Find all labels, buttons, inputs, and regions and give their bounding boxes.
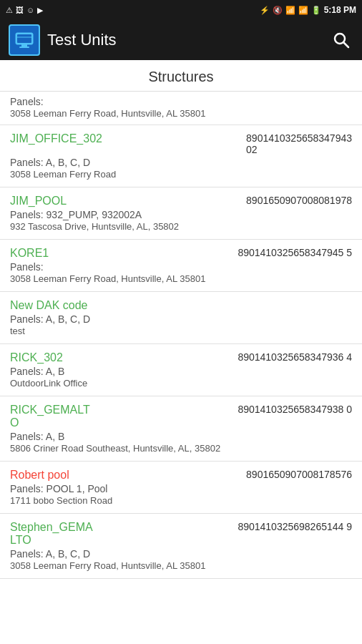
item-panels: Panels: A, B, C, D xyxy=(10,313,352,325)
battery-icon: 🔋 xyxy=(311,6,321,15)
list-item[interactable]: Stephen_GEMALTO 8901410325698265144 9 Pa… xyxy=(0,514,362,579)
list-item[interactable]: KORE1 8901410325658347945 5 Panels: 3058… xyxy=(0,240,362,292)
top-entry: Panels: 3058 Leeman Ferry Road, Huntsvil… xyxy=(0,92,362,125)
item-address: OutdoorLink Office xyxy=(10,378,352,389)
item-panels: Panels: A, B, C, D xyxy=(10,157,352,168)
list-item-header: KORE1 8901410325658347945 5 xyxy=(10,247,352,260)
item-id: 8901650907008081978 xyxy=(246,195,352,206)
item-address: 5806 Criner Road Southeast, Huntsville, … xyxy=(10,443,352,454)
bluetooth-icon: ⚡ xyxy=(260,6,270,15)
svg-line-6 xyxy=(344,43,349,48)
item-name: Robert pool xyxy=(10,469,69,482)
signal-icon: 📶 xyxy=(298,6,308,15)
item-name: RICK_302 xyxy=(10,351,63,364)
item-address: 3058 Leeman Ferry Road, Huntsville, AL 3… xyxy=(10,560,352,571)
item-name: New DAK code xyxy=(10,299,88,312)
item-address: 932 Tascosa Drive, Huntsville, AL, 35802 xyxy=(10,221,352,232)
svg-rect-1 xyxy=(17,34,31,43)
status-icons-left: ⚠ 🖼 ☺ ▶ xyxy=(6,6,43,15)
item-name: JIM_OFFICE_302 xyxy=(10,132,102,145)
app-icon xyxy=(9,24,40,56)
item-id: 8901410325658347938 0 xyxy=(238,404,352,415)
item-address: test xyxy=(10,326,352,336)
list-item-header: New DAK code xyxy=(10,299,352,312)
item-panels: Panels: A, B, C, D xyxy=(10,548,352,560)
list-item[interactable]: JIM_OFFICE_302 890141032565834794302 Pan… xyxy=(0,125,362,187)
svg-rect-4 xyxy=(19,47,29,48)
item-id: 8901410325698265144 9 xyxy=(238,521,352,532)
item-id: 8901410325658347936 4 xyxy=(238,351,352,363)
status-time: 5:18 PM xyxy=(324,5,356,15)
item-address: 3058 Leeman Ferry Road, Huntsville, AL 3… xyxy=(10,273,352,284)
content-area: Structures Panels: 3058 Leeman Ferry Roa… xyxy=(0,60,362,644)
app-title: Test Units xyxy=(47,31,117,49)
warning-icon: ⚠ xyxy=(6,6,13,15)
list-item-header: RICK_GEMALTO 8901410325658347938 0 xyxy=(10,404,352,429)
app-bar: Test Units xyxy=(0,20,362,60)
list-item-header: Robert pool 8901650907008178576 xyxy=(10,469,352,482)
list-item-header: RICK_302 8901410325658347936 4 xyxy=(10,351,352,364)
smiley-icon: ☺ xyxy=(26,6,34,14)
wifi-icon: 📶 xyxy=(285,6,295,15)
list-item[interactable]: Robert pool 8901650907008178576 Panels: … xyxy=(0,462,362,514)
item-name: RICK_GEMALTO xyxy=(10,404,90,429)
item-address: 3058 Leeman Ferry Road xyxy=(10,169,352,180)
list-item-header: JIM_POOL 8901650907008081978 xyxy=(10,195,352,208)
item-id: 8901410325658347945 5 xyxy=(238,247,352,258)
list-item[interactable]: JIM_POOL 8901650907008081978 Panels: 932… xyxy=(0,187,362,240)
item-name: Stephen_GEMALTO xyxy=(10,521,93,547)
app-bar-left: Test Units xyxy=(9,24,117,56)
image-icon: 🖼 xyxy=(16,6,24,14)
list-item[interactable]: RICK_302 8901410325658347936 4 Panels: A… xyxy=(0,344,362,396)
item-address: 1711 bobo Section Road xyxy=(10,495,352,506)
mute-icon: 🔇 xyxy=(273,6,283,15)
list-item[interactable]: RICK_GEMALTO 8901410325658347938 0 Panel… xyxy=(0,396,362,462)
top-address: 3058 Leeman Ferry Road, Huntsville, AL 3… xyxy=(10,108,352,119)
item-panels: Panels: A, B xyxy=(10,431,352,442)
section-header: Structures xyxy=(0,60,362,92)
item-panels: Panels: xyxy=(10,261,352,273)
item-panels: Panels: 932_PUMP, 932002A xyxy=(10,209,352,220)
status-bar: ⚠ 🖼 ☺ ▶ ⚡ 🔇 📶 📶 🔋 5:18 PM xyxy=(0,0,362,20)
status-icons-right: ⚡ 🔇 📶 📶 🔋 5:18 PM xyxy=(260,5,356,15)
search-button[interactable] xyxy=(329,28,353,52)
item-panels: Panels: POOL 1, Pool xyxy=(10,483,352,494)
list-item-header: JIM_OFFICE_302 890141032565834794302 xyxy=(10,132,352,155)
item-name: JIM_POOL xyxy=(10,195,67,208)
item-id: 8901650907008178576 xyxy=(246,469,352,480)
list-item[interactable]: New DAK code Panels: A, B, C, D test xyxy=(0,292,362,344)
item-id: 890141032565834794302 xyxy=(246,132,352,155)
svg-rect-3 xyxy=(21,44,27,47)
item-name: KORE1 xyxy=(10,247,49,260)
play-icon: ▶ xyxy=(37,6,43,15)
list-item-header: Stephen_GEMALTO 8901410325698265144 9 xyxy=(10,521,352,547)
top-panels: Panels: xyxy=(10,96,352,107)
item-panels: Panels: A, B xyxy=(10,366,352,377)
